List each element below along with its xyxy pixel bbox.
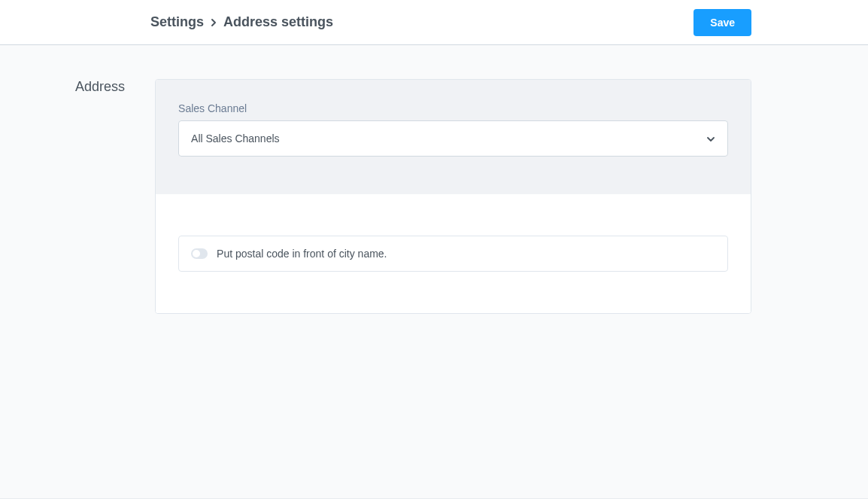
settings-card: Sales Channel All Sales Channels Put pos… <box>155 79 751 314</box>
header-bar: Settings Address settings Save <box>0 0 868 45</box>
postal-code-toggle[interactable] <box>191 248 208 259</box>
content-area: Address Sales Channel All Sales Channels… <box>0 45 868 314</box>
save-button[interactable]: Save <box>693 9 751 36</box>
postal-code-toggle-label: Put postal code in front of city name. <box>217 248 387 260</box>
postal-code-toggle-row: Put postal code in front of city name. <box>178 236 728 272</box>
sales-channel-label: Sales Channel <box>178 102 728 114</box>
sales-channel-value: All Sales Channels <box>191 132 280 145</box>
card-bottom-section: Put postal code in front of city name. <box>156 194 751 313</box>
chevron-right-icon <box>210 18 217 27</box>
breadcrumb-current: Address settings <box>223 14 333 30</box>
section-title: Address <box>75 79 125 314</box>
chevron-down-icon <box>706 132 715 145</box>
card-top-section: Sales Channel All Sales Channels <box>156 80 751 194</box>
sales-channel-select[interactable]: All Sales Channels <box>178 120 728 157</box>
breadcrumb-root[interactable]: Settings <box>150 14 204 30</box>
breadcrumb: Settings Address settings <box>150 14 333 30</box>
toggle-knob <box>193 250 200 257</box>
